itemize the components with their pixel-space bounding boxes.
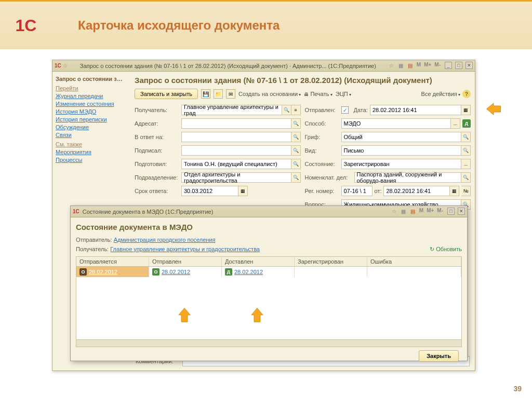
regnum-button[interactable]: № <box>461 186 471 196</box>
regfrom-input[interactable]: 28.02.2012 16:41 <box>383 186 450 196</box>
modal-close-button[interactable]: ✕ <box>458 208 465 215</box>
method-input[interactable]: МЭДО <box>341 118 451 129</box>
status-row[interactable]: О28.02.2012 О28.02.2012 Д28.02.2012 <box>76 267 461 277</box>
calendar-icon[interactable]: ▤ <box>406 62 415 70</box>
modal-medo-status: 1С Состояние документа в МЭДО (1С:Предпр… <box>70 205 468 361</box>
sidebar-section-goto: Перейти <box>56 85 127 91</box>
print-dropdown[interactable]: 🖶 Печать <box>304 91 332 97</box>
sidebar-item-events[interactable]: Мероприятия <box>56 149 127 155</box>
prepared-search-icon[interactable] <box>291 159 301 169</box>
mail-icon[interactable]: ✉ <box>226 89 235 99</box>
modal-heading: Состояние документа в МЭДО <box>76 223 462 231</box>
window-titlebar[interactable]: 1С ☆ Запрос о состоянии здания (№ 07-16 … <box>52 60 475 72</box>
date-input[interactable]: 28.02.2012 16:41 <box>370 105 461 115</box>
sidebar-item-processes[interactable]: Процессы <box>56 157 127 163</box>
deadline-label: Срок ответа: <box>135 188 181 194</box>
reply-to-search-icon[interactable] <box>291 132 301 142</box>
recipient-search-icon[interactable] <box>282 105 291 115</box>
regfrom-calendar-icon[interactable]: ▦ <box>450 186 459 196</box>
modal-recipient-link[interactable]: Главное управление архитектуры и градост… <box>110 246 260 252</box>
all-actions-dropdown[interactable]: Все действия <box>421 91 460 97</box>
recipient-list-icon[interactable]: ≡ <box>291 105 301 115</box>
slide-header: 1С Карточка исходящего документа <box>0 0 532 49</box>
svg-marker-1 <box>179 308 191 322</box>
modal-m-minus-button[interactable]: M- <box>437 208 443 216</box>
col-error[interactable]: Ошибка <box>367 257 461 266</box>
grif-input[interactable]: Общий <box>341 132 462 142</box>
deadline-input[interactable]: 30.03.2012 <box>181 186 238 196</box>
grif-search-icon[interactable] <box>461 132 471 142</box>
type-input[interactable]: Письмо <box>341 145 462 156</box>
save-and-close-button[interactable]: Записать и закрыть <box>135 89 198 99</box>
document-title: Запрос о состоянии здания (№ 07-16 \ 1 о… <box>135 76 471 85</box>
nomenclature-input[interactable]: Паспорта зданий, сооружений и оборудо-ва… <box>354 172 462 183</box>
m-plus-button[interactable]: M+ <box>424 62 431 70</box>
star-icon[interactable]: ☆ <box>61 62 70 70</box>
fav-icon[interactable]: ☆ <box>388 62 396 70</box>
state-dots-icon[interactable] <box>461 159 471 169</box>
addressee-label: Адресат: <box>135 120 181 127</box>
sidebar-item-links[interactable]: Связи <box>56 132 127 138</box>
date-sending: 28.02.2012 <box>89 269 117 275</box>
col-sent[interactable]: Отправлен <box>149 257 222 266</box>
col-sending[interactable]: Отправляется <box>76 257 149 266</box>
modal-m-button[interactable]: M <box>419 208 423 216</box>
department-input[interactable]: Отдел архитектуры и градостроительства <box>181 172 291 183</box>
modal-calc-icon[interactable]: ▦ <box>400 208 408 216</box>
sidebar-section-seealso: См. также <box>56 141 127 147</box>
signed-by-input[interactable] <box>181 145 291 156</box>
create-based-dropdown[interactable]: Создать на основании <box>238 91 301 97</box>
minimize-button[interactable]: _ <box>445 62 452 69</box>
deadline-calendar-icon[interactable]: ▦ <box>238 186 248 196</box>
refresh-button[interactable]: Обновить <box>430 246 462 253</box>
method-badge-d[interactable]: Д <box>462 119 471 128</box>
prepared-label: Подготовил: <box>135 161 181 167</box>
sidebar-item-journal[interactable]: Журнал передачи <box>56 93 127 99</box>
logo-1c: 1С <box>5 10 47 41</box>
sidebar-item-correspondence[interactable]: История переписки <box>56 116 127 122</box>
department-search-icon[interactable] <box>291 172 301 183</box>
sent-checkbox[interactable]: ✓ <box>341 106 349 114</box>
folder-icon[interactable]: 📁 <box>214 89 223 99</box>
reply-to-input[interactable] <box>181 132 291 142</box>
save-icon[interactable]: 💾 <box>201 89 210 99</box>
modal-app-icon: 1С <box>73 209 79 214</box>
m-button[interactable]: M <box>417 62 421 70</box>
table-scrollbar[interactable] <box>76 339 461 347</box>
type-search-icon[interactable] <box>461 145 471 156</box>
sidebar-item-state-change[interactable]: Изменение состояния <box>56 101 127 107</box>
nomenclature-search-icon[interactable] <box>461 172 471 183</box>
ecp-dropdown[interactable]: ЭЦП <box>336 91 351 97</box>
addressee-input[interactable] <box>181 118 291 129</box>
modal-calendar-icon[interactable]: ▤ <box>409 208 417 216</box>
date-calendar-icon[interactable]: ▦ <box>461 105 471 115</box>
method-dots-icon[interactable] <box>451 118 460 129</box>
modal-fav-icon[interactable]: ☆ <box>390 208 398 216</box>
modal-m-plus-button[interactable]: M+ <box>427 208 434 216</box>
modal-maximize-button[interactable]: □ <box>447 208 455 215</box>
modal-sender-label: Отправитель: <box>76 237 112 243</box>
regfrom-label: от: <box>375 188 382 194</box>
prepared-input[interactable]: Тонина О.Н. (ведущий специалист) <box>181 159 291 169</box>
modal-sender-link[interactable]: Администрация городского поселения <box>114 237 216 243</box>
col-delivered[interactable]: Доставлен <box>222 257 295 266</box>
col-registered[interactable]: Зарегистрирован <box>295 257 367 266</box>
m-minus-button[interactable]: M- <box>434 62 441 70</box>
signed-by-search-icon[interactable] <box>291 145 301 156</box>
maximize-button[interactable]: □ <box>455 62 462 69</box>
sidebar-item-medo-history[interactable]: История МЭДО <box>56 108 127 115</box>
calc-icon[interactable]: ▦ <box>397 62 405 70</box>
svg-marker-2 <box>251 308 263 322</box>
regnum-input[interactable]: 07-16 \ 1 <box>341 186 373 196</box>
sidebar-item-discussion[interactable]: Обсуждение <box>56 124 127 130</box>
help-icon[interactable]: ? <box>462 90 471 98</box>
status-icon-sending: О <box>79 268 87 276</box>
modal-close-action-button[interactable]: Закрыть <box>419 350 459 362</box>
state-input[interactable]: Зарегистрирован <box>341 159 462 169</box>
addressee-search-icon[interactable] <box>291 118 301 129</box>
modal-recipient-label: Получатель: <box>76 246 109 252</box>
modal-titlebar[interactable]: 1С Состояние документа в МЭДО (1С:Предпр… <box>71 206 467 217</box>
status-table: Отправляется Отправлен Доставлен Зарегис… <box>76 256 462 347</box>
recipient-input[interactable]: Главное управление архитектуры и град <box>181 105 282 115</box>
close-button[interactable]: ✕ <box>466 62 473 69</box>
